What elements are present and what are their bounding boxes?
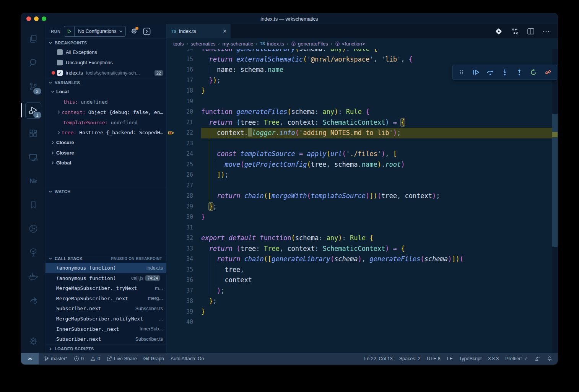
close-tab-icon[interactable]: ✕	[223, 28, 227, 34]
breadcrumb-item[interactable]: generateFiles	[291, 41, 328, 47]
callstack-frame[interactable]: (anonymous function)index.ts	[46, 263, 166, 273]
gutter[interactable]: 30	[166, 212, 201, 223]
gutter[interactable]: 23	[166, 138, 201, 149]
code-line[interactable]: 18}	[166, 86, 552, 96]
breakpoint-row[interactable]: All Exceptions	[46, 47, 166, 57]
code-line[interactable]: 35 tree,	[166, 265, 552, 275]
activity-bar-item-explorer[interactable]	[21, 27, 45, 51]
restart-button[interactable]	[529, 67, 538, 78]
code-line[interactable]: 24 const templateSource = apply(url('./f…	[166, 149, 552, 159]
code-line[interactable]: 22 context.logger.info('adding NOTES.md …	[166, 128, 552, 138]
step-over-button[interactable]	[485, 67, 495, 78]
status-item-language[interactable]: TypeScript	[459, 356, 481, 361]
status-item-encoding[interactable]: UTF-8	[427, 356, 440, 361]
variable-row[interactable]: tree:HostTree {_backend: ScopedH…	[46, 127, 166, 138]
code-line[interactable]: 19	[166, 96, 552, 107]
gutter[interactable]: 27	[166, 181, 201, 191]
variables-section-header[interactable]: VARIABLES	[46, 78, 166, 87]
code-line[interactable]: 26 ]);	[166, 170, 552, 181]
code-line[interactable]: 38 };	[166, 296, 552, 307]
variable-row[interactable]: this:undefined	[46, 97, 166, 107]
gutter[interactable]: 31	[166, 223, 201, 233]
breadcrumb-item[interactable]: tools	[173, 41, 184, 47]
gutter[interactable]: 35	[166, 265, 201, 275]
callstack-frame[interactable]: MergeMapSubscriber.notifyNext...	[46, 314, 166, 324]
activity-bar-item-remote-explorer[interactable]	[21, 146, 45, 169]
close-window-button[interactable]	[26, 16, 31, 21]
status-item-warnings[interactable]: 0	[90, 356, 100, 361]
callstack-frame[interactable]: (anonymous function)call.js74:24	[46, 273, 166, 283]
loaded-scripts-section-header[interactable]: LOADED SCRIPTS	[46, 344, 166, 353]
code-line[interactable]: 39}	[166, 307, 552, 317]
run-file-icon[interactable]	[494, 27, 503, 36]
gutter[interactable]: 28	[166, 191, 201, 202]
code-line[interactable]: 36 context	[166, 275, 552, 286]
breakpoints-section-header[interactable]: BREAKPOINTS	[46, 38, 166, 47]
gutter[interactable]: 39	[166, 307, 201, 317]
breadcrumb-item[interactable]: schematics	[190, 41, 215, 47]
callstack-frame[interactable]: Subscriber.nextSubscriber.ts	[46, 304, 166, 314]
activity-bar-item-extensions[interactable]	[21, 122, 45, 146]
split-editor-icon[interactable]	[527, 28, 534, 34]
activity-bar-item-docker[interactable]	[21, 264, 45, 288]
window-controls[interactable]	[26, 16, 46, 21]
gutter[interactable]: 40	[166, 317, 201, 328]
activity-bar-item-run-debug[interactable]: 1	[21, 98, 45, 122]
code-editor[interactable]: 14function generateLibrary(schema: any):…	[166, 49, 558, 353]
status-item-live-share[interactable]: Live Share	[107, 356, 137, 361]
code-line[interactable]: 40	[166, 317, 552, 328]
code-line[interactable]: 21 return (tree: Tree, context: Schemati…	[166, 117, 552, 128]
activity-bar-item-testing[interactable]	[21, 241, 45, 264]
callstack-frame[interactable]: InnerSubscriber._nextInnerSub...	[46, 324, 166, 334]
gutter[interactable]: 29	[166, 202, 201, 212]
callstack-frame[interactable]: MergeMapSubscriber._tryNextm...	[46, 283, 166, 293]
gutter[interactable]: 34	[166, 254, 201, 265]
minimize-window-button[interactable]	[34, 16, 39, 21]
breakpoint-row[interactable]: ✓index.tstools/schematics/my-sch...22	[46, 68, 166, 78]
breakpoint-row[interactable]: Uncaught Exceptions	[46, 57, 166, 68]
code-line[interactable]: 20function generateFiles(schema: any): R…	[166, 107, 552, 117]
variables-scope-closure[interactable]: Closure	[46, 138, 166, 148]
toolbar-drag-handle[interactable]	[457, 67, 467, 78]
tab-index-ts[interactable]: TS index.ts ✕	[166, 24, 231, 38]
code-line[interactable]: 29 };	[166, 202, 552, 212]
gutter[interactable]: 19	[166, 96, 201, 107]
gutter[interactable]: 33	[166, 244, 201, 254]
disconnect-button[interactable]	[543, 67, 553, 78]
gutter[interactable]: 14	[166, 49, 201, 54]
status-item-errors[interactable]: 0	[74, 356, 84, 361]
call-stack-section-header[interactable]: CALL STACK PAUSED ON BREAKPOINT	[46, 254, 166, 263]
remote-indicator[interactable]: ><	[21, 353, 39, 364]
status-item-indentation[interactable]: Spaces: 2	[399, 356, 421, 361]
continue-button[interactable]	[471, 67, 481, 78]
gutter[interactable]: 26	[166, 170, 201, 181]
variables-scope-local[interactable]: Local	[46, 87, 166, 97]
current-line-breakpoint-icon[interactable]	[166, 130, 176, 136]
gutter[interactable]: 24	[166, 149, 201, 159]
gutter[interactable]: 37	[166, 286, 201, 296]
git-compare-icon[interactable]	[511, 28, 519, 35]
step-into-button[interactable]	[500, 67, 510, 78]
activity-bar-item-bookmarks[interactable]	[21, 193, 45, 217]
status-item-eol[interactable]: LF	[447, 356, 453, 361]
gutter[interactable]: 20	[166, 107, 201, 117]
breadcrumb-item[interactable]: <function>	[335, 41, 365, 47]
gutter[interactable]: 22	[166, 128, 201, 138]
start-debug-icon[interactable]	[64, 26, 75, 36]
status-item-live-share-contacts[interactable]	[534, 356, 540, 361]
activity-bar-item-settings[interactable]	[21, 329, 45, 353]
breadcrumb-item[interactable]: my-schematic	[223, 41, 253, 47]
gutter[interactable]: 16	[166, 65, 201, 75]
status-item-cursor-position[interactable]: Ln 22, Col 13	[364, 356, 392, 361]
editor-scrollbar[interactable]	[552, 49, 558, 353]
status-item-auto-attach[interactable]: Auto Attach: On	[171, 356, 204, 361]
configure-gear-icon[interactable]	[130, 28, 138, 35]
gutter[interactable]: 36	[166, 275, 201, 286]
watch-section-header[interactable]: WATCH	[46, 187, 166, 196]
debug-console-icon[interactable]	[143, 28, 151, 35]
code-line[interactable]: 37 );	[166, 286, 552, 296]
status-item-git-graph[interactable]: Git Graph	[143, 356, 164, 361]
gutter[interactable]: 38	[166, 296, 201, 307]
activity-bar-item-git-graph[interactable]	[21, 217, 45, 241]
code-line[interactable]: 33 return (tree: Tree, context: Schemati…	[166, 244, 552, 254]
